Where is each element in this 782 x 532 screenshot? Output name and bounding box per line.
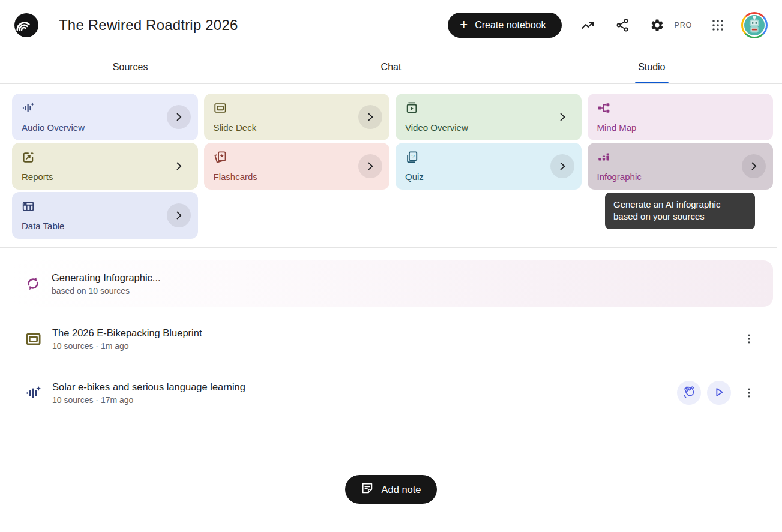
studio-card-slide-deck[interactable]: Slide Deck	[204, 94, 390, 140]
tab-sources[interactable]: Sources	[0, 50, 260, 83]
list-item-title: Generating Infographic...	[52, 272, 161, 284]
tooltip-line-2: based on your sources	[613, 211, 747, 223]
card-label: Flashcards	[214, 172, 380, 182]
tab-studio-label: Studio	[638, 62, 665, 73]
chevron-right-icon[interactable]	[550, 105, 574, 129]
studio-card-mind-map[interactable]: Mind Map	[588, 94, 774, 140]
list-item-generating-infographic[interactable]: Generating Infographic... based on 10 so…	[12, 260, 773, 307]
list-item-audio-overview[interactable]: Solar e-bikes and serious language learn…	[12, 371, 773, 415]
quiz-icon: ?	[405, 151, 418, 164]
create-notebook-button[interactable]: + Create notebook	[448, 13, 561, 38]
card-label: Quiz	[405, 172, 572, 182]
list-item-subtitle: 10 sources · 1m ago	[52, 341, 202, 351]
infographic-tooltip: Generate an AI infographic based on your…	[605, 193, 755, 229]
row-actions	[677, 381, 773, 405]
section-divider	[0, 247, 777, 248]
add-note-button[interactable]: Add note	[345, 475, 436, 504]
infographic-bars-icon	[597, 151, 610, 164]
user-avatar[interactable]	[741, 12, 768, 38]
play-icon	[712, 386, 726, 401]
tooltip-line-1: Generate an AI infographic	[613, 199, 747, 211]
play-audio-button[interactable]	[707, 381, 731, 405]
slide-deck-icon	[25, 331, 41, 347]
card-label: Mind Map	[597, 122, 764, 133]
waving-hand-icon	[682, 386, 696, 401]
chevron-right-icon[interactable]	[167, 203, 191, 227]
flashcards-icon	[214, 151, 227, 164]
create-notebook-label: Create notebook	[475, 20, 546, 31]
tab-studio[interactable]: Studio	[522, 50, 782, 83]
notebook-title[interactable]: The Rewired Roadtrip 2026	[59, 17, 238, 34]
panel-tabs: Sources Chat Studio	[0, 50, 782, 84]
footer: Add note	[0, 475, 782, 504]
generating-spinner-icon	[25, 276, 41, 291]
notebooklm-logo[interactable]	[14, 13, 38, 37]
settings-gear-icon[interactable]	[649, 17, 665, 33]
card-label: Reports	[22, 172, 188, 182]
list-item-subtitle: 10 sources · 17m ago	[52, 395, 245, 405]
trending-up-icon[interactable]	[580, 17, 595, 33]
studio-output-list: Generating Infographic... based on 10 so…	[0, 260, 782, 415]
mind-map-icon	[597, 101, 610, 115]
chevron-right-icon[interactable]	[167, 105, 191, 129]
svg-text:?: ?	[411, 154, 414, 160]
video-overview-icon	[405, 101, 418, 115]
list-item-subtitle: based on 10 sources	[52, 286, 161, 296]
audio-waveform-sparkle-icon	[25, 385, 41, 401]
more-options-icon[interactable]	[741, 327, 757, 351]
list-item-title: Solar e-bikes and serious language learn…	[52, 381, 245, 393]
tab-chat[interactable]: Chat	[260, 50, 521, 83]
tab-chat-label: Chat	[381, 62, 402, 73]
notebooklm-studio-page: The Rewired Roadtrip 2026 + Create noteb…	[0, 0, 782, 532]
chevron-right-icon[interactable]	[167, 154, 191, 178]
tab-active-underline	[635, 82, 669, 83]
card-label: Video Overview	[405, 122, 572, 133]
data-table-icon	[22, 200, 35, 213]
chevron-right-icon[interactable]	[358, 105, 382, 129]
tab-sources-label: Sources	[113, 62, 148, 73]
add-note-label: Add note	[381, 484, 421, 495]
list-item-slide-deck[interactable]: The 2026 E-Bikepacking Blueprint 10 sour…	[12, 317, 773, 361]
header-actions: + Create notebook PRO	[448, 12, 768, 38]
slide-deck-icon	[214, 101, 227, 115]
card-label: Data Table	[22, 221, 188, 231]
audio-waveform-sparkle-icon	[22, 101, 35, 115]
studio-card-flashcards[interactable]: Flashcards	[204, 143, 390, 190]
plus-icon: +	[460, 18, 468, 31]
apps-grid-icon[interactable]	[710, 17, 726, 33]
more-options-icon[interactable]	[741, 381, 757, 405]
studio-card-reports[interactable]: Reports	[12, 143, 198, 190]
chevron-right-icon[interactable]	[742, 154, 766, 178]
studio-card-data-table[interactable]: Data Table	[12, 192, 198, 239]
row-actions	[737, 327, 773, 351]
report-sparkle-icon	[22, 151, 35, 164]
interactive-mode-button[interactable]	[677, 381, 701, 405]
card-label: Slide Deck	[214, 122, 380, 133]
chevron-right-icon[interactable]	[358, 154, 382, 178]
header: The Rewired Roadtrip 2026 + Create noteb…	[0, 0, 782, 50]
studio-card-quiz[interactable]: ? Quiz	[396, 143, 582, 190]
share-icon[interactable]	[615, 17, 630, 33]
note-icon	[361, 482, 374, 497]
chevron-right-icon[interactable]	[550, 154, 574, 178]
list-item-text: Solar e-bikes and serious language learn…	[52, 381, 245, 405]
list-item-text: Generating Infographic... based on 10 so…	[52, 272, 161, 296]
list-item-title: The 2026 E-Bikepacking Blueprint	[52, 327, 202, 339]
list-item-text: The 2026 E-Bikepacking Blueprint 10 sour…	[52, 327, 202, 351]
avatar-image	[743, 14, 766, 37]
studio-card-audio-overview[interactable]: Audio Overview	[12, 94, 198, 140]
studio-card-infographic[interactable]: Infographic	[588, 143, 774, 190]
card-label: Audio Overview	[22, 122, 188, 133]
studio-card-video-overview[interactable]: Video Overview	[396, 94, 582, 140]
card-label: Infographic	[597, 172, 764, 182]
pro-badge: PRO	[675, 21, 693, 29]
